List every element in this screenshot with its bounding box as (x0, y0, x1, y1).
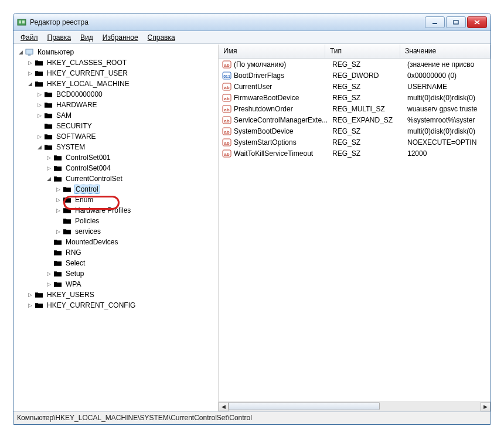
collapse-icon[interactable]: ◢ (17, 49, 24, 56)
expand-icon[interactable]: ▷ (45, 281, 52, 288)
tree-ccs[interactable]: ◢CurrentControlSet (45, 173, 218, 184)
expand-icon[interactable]: ▷ (36, 133, 43, 140)
expand-icon[interactable]: ▷ (55, 228, 62, 235)
column-headers: Имя Тип Значение (219, 45, 491, 59)
value-row[interactable]: abFirmwareBootDeviceREG_SZmulti(0)disk(0… (219, 92, 491, 103)
value-type: REG_SZ (332, 94, 407, 102)
tree-system[interactable]: ◢SYSTEM (36, 142, 218, 152)
tree-root[interactable]: ◢Компьютер (17, 47, 218, 57)
expand-icon[interactable]: ▷ (26, 59, 33, 66)
menu-help[interactable]: Справка (143, 32, 180, 43)
tree-bcd[interactable]: ▷BCD00000000 (36, 89, 218, 100)
svg-rect-1 (19, 21, 21, 22)
folder-icon (53, 259, 62, 267)
folder-icon (62, 217, 71, 225)
value-name: ServiceControlManagerExte... (234, 116, 332, 124)
collapse-icon[interactable]: ◢ (36, 144, 43, 151)
svg-text:ab: ab (224, 129, 229, 135)
svg-rect-9 (28, 54, 30, 56)
minimize-button[interactable] (425, 16, 445, 28)
titlebar[interactable]: Редактор реестра (13, 13, 491, 31)
collapse-icon[interactable]: ◢ (26, 80, 33, 87)
value-list[interactable]: ab(По умолчанию)REG_SZ(значение не присв… (219, 59, 491, 401)
tree-hkcu[interactable]: ▷HKEY_CURRENT_USER (26, 68, 218, 79)
menu-favorites[interactable]: Избранное (98, 32, 143, 43)
value-data: (значение не присво (407, 60, 491, 69)
tree-cs001[interactable]: ▷ControlSet001 (45, 152, 218, 163)
tree-hkcr[interactable]: ▷HKEY_CLASSES_ROOT (26, 57, 218, 68)
expand-icon[interactable]: ▷ (36, 112, 43, 119)
string-icon: ab (222, 60, 231, 69)
horizontal-scrollbar[interactable]: ◀ ▶ (219, 401, 491, 411)
tree-security[interactable]: SECURITY (36, 121, 218, 131)
scroll-track[interactable] (229, 402, 481, 411)
tree-mounted[interactable]: MountedDevices (45, 237, 218, 247)
value-row[interactable]: ab(По умолчанию)REG_SZ(значение не присв… (219, 59, 491, 70)
expand-icon[interactable]: ▷ (55, 207, 62, 214)
value-data: multi(0)disk(0)rdisk(0) (407, 127, 491, 135)
scroll-right-icon[interactable]: ▶ (481, 402, 491, 411)
value-type: REG_SZ (332, 149, 407, 158)
maximize-button[interactable] (446, 16, 466, 28)
tree-policies[interactable]: Policies (55, 216, 218, 226)
folder-icon (34, 291, 43, 299)
tree-hardware[interactable]: ▷HARDWARE (36, 100, 218, 110)
expand-icon[interactable]: ▷ (26, 302, 33, 309)
value-row[interactable]: abWaitToKillServiceTimeoutREG_SZ12000 (219, 148, 491, 159)
expand-icon[interactable]: ▷ (55, 186, 62, 193)
svg-text:ab: ab (224, 85, 229, 90)
svg-text:ab: ab (224, 141, 229, 146)
tree-hku[interactable]: ▷HKEY_USERS (26, 289, 218, 300)
expand-icon[interactable]: ▷ (26, 70, 33, 77)
menubar: Файл Правка Вид Избранное Справка (13, 31, 491, 44)
menu-file[interactable]: Файл (16, 32, 43, 43)
tree-select[interactable]: Select (45, 258, 218, 268)
value-row[interactable]: abSystemStartOptionsREG_SZ NOEXECUTE=OPT… (219, 137, 491, 148)
collapse-icon[interactable]: ◢ (45, 175, 52, 182)
tree-services[interactable]: ▷services (55, 226, 218, 237)
expand-icon[interactable]: ▷ (36, 101, 43, 108)
folder-icon (53, 270, 62, 278)
value-row[interactable]: 011BootDriverFlagsREG_DWORD0x00000000 (0… (219, 70, 491, 81)
expand-icon[interactable]: ▷ (45, 154, 52, 161)
tree-setup[interactable]: ▷Setup (45, 268, 218, 279)
value-row[interactable]: abPreshutdownOrderREG_MULTI_SZwuauserv g… (219, 103, 491, 114)
svg-rect-8 (26, 49, 33, 53)
statusbar: Компьютер\HKEY_LOCAL_MACHINE\SYSTEM\Curr… (13, 411, 491, 424)
value-row[interactable]: abSystemBootDeviceREG_SZmulti(0)disk(0)r… (219, 125, 491, 137)
col-value[interactable]: Значение (400, 45, 491, 58)
expand-icon[interactable]: ▷ (45, 165, 52, 172)
tree-cs004[interactable]: ▷ControlSet004 (45, 163, 218, 173)
menu-edit[interactable]: Правка (43, 32, 76, 43)
expand-icon[interactable]: ▷ (26, 291, 33, 298)
folder-icon (62, 227, 71, 236)
tree-sam[interactable]: ▷SAM (36, 110, 218, 121)
menu-view[interactable]: Вид (76, 32, 98, 43)
scroll-thumb[interactable] (229, 402, 380, 410)
value-data: 0x00000000 (0) (407, 71, 491, 80)
tree-hklm[interactable]: ◢HKEY_LOCAL_MACHINE (26, 79, 218, 89)
tree-rng[interactable]: RNG (45, 247, 218, 258)
tree-pane[interactable]: ◢Компьютер ▷HKEY_CLASSES_ROOT ▷HKEY_CURR… (13, 45, 219, 411)
value-row[interactable]: abServiceControlManagerExte...REG_EXPAND… (219, 114, 491, 125)
value-row[interactable]: abCurrentUserREG_SZUSERNAME (219, 81, 491, 92)
tree-hkcc[interactable]: ▷HKEY_CURRENT_CONFIG (26, 300, 218, 311)
expand-icon[interactable]: ▷ (55, 196, 62, 203)
tree-software[interactable]: ▷SOFTWARE (36, 131, 218, 142)
regedit-window: Редактор реестра Файл Правка Вид Избранн… (13, 13, 491, 425)
expand-icon[interactable]: ▷ (36, 91, 43, 98)
value-name: SystemStartOptions (234, 138, 332, 146)
tree-wpa[interactable]: ▷WPA (45, 279, 218, 289)
col-name[interactable]: Имя (219, 45, 325, 58)
col-type[interactable]: Тип (325, 45, 400, 58)
svg-text:ab: ab (224, 152, 229, 157)
value-data: wuauserv gpsvc truste (407, 105, 491, 113)
folder-icon (62, 185, 71, 193)
tree-control[interactable]: ▷Control (55, 184, 218, 195)
value-type: REG_SZ (332, 127, 407, 135)
tree-enum[interactable]: ▷Enum (55, 195, 218, 205)
expand-icon[interactable]: ▷ (45, 270, 52, 277)
scroll-left-icon[interactable]: ◀ (219, 402, 229, 411)
close-button[interactable] (467, 16, 487, 28)
tree-hwprof[interactable]: ▷Hardware Profiles (55, 205, 218, 216)
